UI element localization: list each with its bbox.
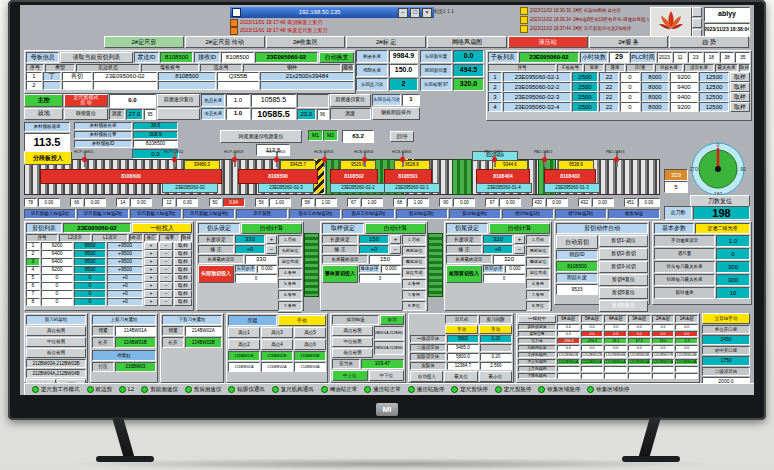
one-key-centering-button[interactable]: 一键对中 [518,315,556,323]
shear-step-button[interactable]: 剪切3-试切 [599,261,648,273]
sample-button[interactable]: 取样 [730,102,750,112]
alarm-row[interactable]: 2023/11/02 18:37:44 2#区 定尺剪剪切信息2加顺序 [520,24,660,33]
minus-button[interactable]: − [266,245,277,254]
clear-button[interactable]: − [159,242,173,250]
sample-button[interactable]: 取样 [730,72,750,82]
conveyor-section-label[interactable]: 喷印辊道2组 [555,209,607,219]
conveyor-section-label[interactable]: 剪后辊道3组 [396,209,448,219]
conveyor-section-label[interactable]: 剪后工作辊道1组 [289,209,341,219]
clear-button[interactable]: − [159,258,173,266]
clear-button[interactable]: − [159,274,173,282]
auto-mode-button[interactable]: 自动 [380,315,404,325]
sample-button[interactable]: 取样 [174,298,192,306]
sample-button[interactable]: 取样 [174,282,192,290]
shear-step-button[interactable]: 剪切5复位 [599,287,648,299]
max-position-button[interactable]: 最大位 [444,371,477,382]
nav-tab[interactable]: 网络风扇图 [427,36,507,48]
clear-button[interactable]: − [159,282,173,290]
sample-button[interactable]: 取样 [174,250,192,258]
auto-calc-button[interactable]: 自动计算 [365,223,426,234]
conveyor-section-label[interactable]: 剪后工作辊道2组 [342,209,394,219]
sample-button[interactable]: 取样 [730,92,750,102]
param-value[interactable]: 0 [716,248,750,260]
plus-button[interactable]: + [390,235,401,244]
gap-mode-button[interactable]: 手动 [479,325,512,334]
increment-button[interactable]: + [144,266,158,274]
table-row[interactable]: 1 丁 再切 23E095060-02 8108500 Q355B 21x250… [25,72,355,81]
increment-button[interactable]: + [144,250,158,258]
increment-button[interactable]: + [144,274,158,282]
alarm-row[interactable]: 2023/11/01 18:17:48 恢复定尺剪上剪刃 [230,27,440,35]
auto-change-button[interactable]: 自动换支 [319,52,354,63]
clear-button[interactable]: − [159,290,173,298]
sample-button[interactable]: 取样 [174,258,192,266]
increment-button[interactable]: + [144,290,158,298]
mode-button[interactable]: 手动 [278,315,327,326]
snapshot-button[interactable] [692,18,702,28]
clear-button[interactable]: − [159,250,173,258]
print-button[interactable] [692,7,702,17]
increment-button[interactable]: + [144,298,158,306]
param-value[interactable]: 10 [716,287,750,299]
nav-tab[interactable]: 2#收集区 [266,36,346,48]
sizer-mode-button[interactable]: 手动 [445,325,478,334]
engage-button[interactable]: 整体剪切投入 [322,265,358,283]
master-mode-button[interactable]: 主控 [24,94,63,107]
table-row[interactable]: 3 23E095060-02-3 2500 22 0 8000 9400 125… [487,92,751,102]
increment-button[interactable]: + [144,258,158,266]
nav-tab[interactable]: 趋 势 [669,36,749,48]
guide-manual-button[interactable]: 立导辊手动 [702,313,750,324]
minus-button[interactable]: − [514,245,525,254]
nav-tab[interactable]: 2#定尺剪 传动 [185,36,265,48]
nav-tab[interactable]: 2#定尺剪 [104,36,184,48]
conveyor-section-label[interactable]: 收集辊道 [608,209,660,219]
close-button[interactable]: × [422,8,432,18]
sample-button[interactable]: 取样 [730,82,750,92]
auto-shear-button[interactable]: 自动剪切 [556,235,598,249]
auto-calc-button[interactable]: 自动计算 [241,223,302,234]
sample-button[interactable]: 取样 [174,242,192,250]
rollback-speedometer-reset-button[interactable]: 回退测速仪电源复位 [220,130,302,143]
read-cutlist-button[interactable]: 读取当前剪切列表 [60,52,132,63]
conveyor-section-label[interactable]: 定尺剪输入辊道3组 [130,209,182,219]
shear-step-button[interactable]: 剪切2-剪切 [599,248,648,260]
min-position-button[interactable]: 最小位 [479,371,512,382]
conveyor-section-label[interactable]: 定尺剪输入辊道4组 [183,209,235,219]
plus-button[interactable]: + [266,235,277,244]
segment-plate-button[interactable]: 分段板投入 [24,151,72,165]
table-row[interactable]: 2 23E095060-02-2 2500 22 0 8000 9400 125… [487,82,751,92]
auto-engage-button[interactable]: 自动投入 [410,371,443,382]
maximize-button[interactable]: □ [410,8,420,18]
alarm-row[interactable]: 2023/11/01 18:17:46 取消恢复上剪刃 [230,19,440,27]
front-speedometer-reset-button[interactable]: 前测速仪复位 [157,94,200,107]
engage-button[interactable]: 尾部剪切投入 [446,265,482,283]
alarm-row[interactable]: 2023/11/02 18:36:30 2#区 机架辊抱闸 监控停 [520,6,660,15]
shear-step-button[interactable]: 剪切4复位 [599,274,648,286]
minus-button[interactable]: − [390,245,401,254]
sample-button[interactable]: 取样 [174,266,192,274]
plate-tracking-button[interactable]: 钢板跟踪操作 [372,107,420,121]
conveyor-section-label[interactable]: 定尺剪区 [236,209,288,219]
plus-button[interactable]: + [514,235,525,244]
spare-button[interactable] [157,108,200,121]
clear-button[interactable]: − [159,266,173,274]
start-stop-button[interactable]: 启/停 [390,131,414,142]
table-row[interactable]: 2 [25,81,355,90]
shear-step-button[interactable]: 剪切1-就位 [599,235,648,247]
interlock-reset-button[interactable]: 联锁复位 [64,108,107,121]
increment-button[interactable]: + [144,242,158,250]
param-value[interactable]: 300 [716,261,750,273]
minimize-button[interactable]: – [398,8,408,18]
nav-tab[interactable]: 2#服 务 [589,36,669,48]
conveyor-section-label[interactable]: 喷印辊道1组 [502,209,554,219]
nav-tab[interactable]: 液压站 [508,36,588,48]
shear-step-button[interactable]: 剪切6复位 [599,300,648,312]
mid-up-button[interactable]: 中上位 [332,370,368,381]
mid-down-button[interactable]: 中下位 [369,370,405,381]
auto-calc-button[interactable]: 自动计算 [489,223,550,234]
nav-tab[interactable]: 2#标 定 [346,36,426,48]
increment-button[interactable]: + [144,282,158,290]
shear-mode-button[interactable]: 定尺剪模式 自 动 [64,94,107,107]
conveyor-section-label[interactable]: 定尺剪输入辊道2组 [77,209,129,219]
conveyor-section-label[interactable]: 剪后辊道4组 [449,209,501,219]
